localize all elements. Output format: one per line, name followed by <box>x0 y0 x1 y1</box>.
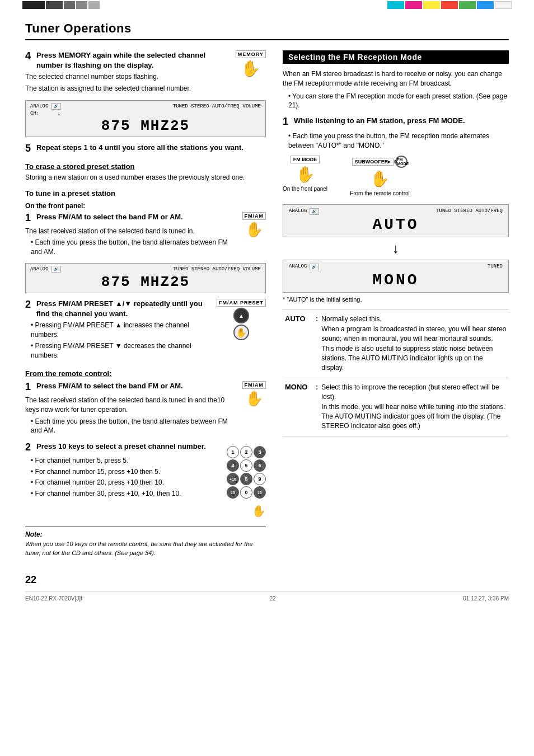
color-bar-3 <box>64 1 75 9</box>
color-bar-green <box>459 1 476 9</box>
remote-control-icon: SUBWOOFER▸ 0FM MODE ✋ From the remote co… <box>350 156 410 196</box>
color-bar-5 <box>88 1 100 9</box>
auto-speaker: 🔊 <box>310 208 319 215</box>
fm-mode-circle: 0FM MODE <box>395 156 407 168</box>
erase-text: Storing a new station on a used number e… <box>25 173 266 182</box>
mono-key: MONO <box>285 383 316 391</box>
display-mono-box: ANALOG 🔊 TUNED MONO <box>283 260 509 293</box>
mode-table: AUTO : Normally select this.When a progr… <box>283 309 509 436</box>
step1-front-sub1: The last received station of the selecte… <box>25 227 237 236</box>
key-3: 3 <box>254 446 266 458</box>
remote-label: From the remote control: <box>25 369 266 378</box>
step4-display-value: 875 MHZ25 <box>30 118 261 134</box>
color-bar-2 <box>46 1 63 9</box>
step1-remote-bullet1: Each time you press the button, the band… <box>31 417 237 436</box>
remote-hand: ✋ <box>370 170 390 188</box>
fmam-hand-icon: ✋ <box>242 221 266 238</box>
fm-am-icon-area: FM/AM ✋ <box>242 212 266 238</box>
right-step1-number: 1 <box>283 116 288 128</box>
auto-desc: Normally select this.When a program is b… <box>321 314 507 373</box>
step1-front-bullet1: Each time you press the button, the band… <box>31 238 237 257</box>
fm-mode-label-box: FM MODE <box>291 156 320 163</box>
right-step1-bullet1: Each time you press the button, the FM r… <box>288 132 509 151</box>
display2-analog: ANALOG <box>30 266 48 272</box>
erase-label: To erase a stored preset station <box>25 162 266 171</box>
page-number: 22 <box>25 574 509 586</box>
fmam-label: FM/AM <box>242 212 266 220</box>
step4-sub1: The selected channel number stops flashi… <box>25 72 230 82</box>
mono-analog: ANALOG <box>289 264 307 270</box>
key-2: 2 <box>240 446 252 458</box>
mono-mode-row: MONO : Select this to improve the recept… <box>283 378 509 436</box>
key-5: 5 <box>240 459 252 472</box>
step1-remote-number: 1 <box>25 381 31 393</box>
note-text: When you use 10 keys on the remote contr… <box>25 540 266 557</box>
mono-display-value: MONO <box>289 271 503 289</box>
step2-remote-b3: For channel number 20, press +10 then 10… <box>31 478 221 487</box>
step4-display: ANALOG 🔊 TUNED STEREO AUTO/FREQ VOLUME C… <box>25 100 266 137</box>
step2-remote-number: 2 <box>25 442 31 454</box>
tune-label: To tune in a preset station <box>25 189 266 198</box>
step5-text: Repeat steps 1 to 4 until you store all … <box>36 143 243 153</box>
step1-front-display-value: 875 MHZ25 <box>30 274 261 290</box>
right-bullet1: You can store the FM reception mode for … <box>288 92 509 111</box>
asterisk-note: * "AUTO" is the initial setting. <box>283 296 509 303</box>
step2-remote-b2: For channel number 15, press +10 then 5. <box>31 467 221 477</box>
preset-hand-icon: ✋ <box>233 325 249 340</box>
key-6: 6 <box>254 459 266 472</box>
display-ch-label: CH: : <box>30 111 261 116</box>
step1-remote-header: 1 Press FM/AM to select the band FM or A… <box>25 381 266 437</box>
fm-icons-row: FM MODE ✋ On the front panel SUBWOOFER▸ … <box>283 156 509 196</box>
display2-speaker: 🔊 <box>51 266 61 273</box>
auto-key: AUTO <box>285 314 316 323</box>
color-bar-1 <box>22 1 45 9</box>
step2-number: 2 <box>25 299 31 311</box>
preset-up-btn: ▲ <box>233 308 249 323</box>
key-0: 0 <box>240 486 252 499</box>
step2-text: Press FM/AM PRESET ▲/▼ repeatedly until … <box>36 299 211 318</box>
front-panel-text: On the front panel <box>283 186 327 192</box>
color-bar-red <box>441 1 458 9</box>
step2-remote-b1: For channel number 5, press 5. <box>31 456 221 466</box>
display-speaker-icon: 🔊 <box>51 103 61 110</box>
step4-number: 4 <box>25 50 31 63</box>
display2-tuned: TUNED STEREO AUTO/FREQ VOLUME <box>173 266 261 272</box>
auto-tuned: TUNED STEREO AUTO/FREQ <box>436 208 503 215</box>
key-8: 8 <box>240 473 252 485</box>
key-15: 15 <box>227 486 239 499</box>
step1-front-display: ANALOG 🔊 TUNED STEREO AUTO/FREQ VOLUME 8… <box>25 263 266 293</box>
step1-front-text: Press FM/AM to select the band FM or AM. <box>36 212 183 222</box>
display-volume: VOLUME <box>243 104 261 109</box>
remote-section: From the remote control: <box>25 369 266 378</box>
key-plus10a: +10 <box>227 473 239 485</box>
fmam-remote-label: FM/AM <box>242 381 266 389</box>
key-9: 9 <box>254 473 266 485</box>
step2-bullet2: Pressing FM/AM PRESET ▼ decreases the ch… <box>31 341 211 360</box>
step1-front-number: 1 <box>25 212 31 224</box>
step1-front-header: 1 Press FM/AM to select the band FM or A… <box>25 212 266 259</box>
remote-hand-icon: ✋ <box>227 504 266 518</box>
memory-icon-area: MEMORY ✋ <box>236 50 266 78</box>
color-bar-blue <box>477 1 494 9</box>
front-panel-hand: ✋ <box>296 165 315 184</box>
footer: EN10-22.RX-7020V[J]f 22 01.12.27, 3:36 P… <box>25 591 509 602</box>
footer-left: EN10-22.RX-7020V[J]f <box>25 595 82 602</box>
color-bar-white <box>495 1 512 9</box>
remote-control-text: From the remote control <box>350 190 410 196</box>
page-title: Tuner Operations <box>25 21 509 40</box>
step5-header: 5 Repeat steps 1 to 4 until you store al… <box>25 143 266 155</box>
mono-tuned: TUNED <box>488 264 503 270</box>
fmpreset-label: FM/AM PRESET <box>217 299 266 307</box>
memory-label: MEMORY <box>236 50 266 58</box>
right-intro1: When an FM stereo broadcast is hard to r… <box>283 69 509 88</box>
step4-header: 4 Press MEMORY again while the selected … <box>25 50 266 96</box>
keypad-grid: 1 2 3 4 5 6 +10 8 9 15 0 10 <box>227 446 266 499</box>
erase-section: To erase a stored preset station Storing… <box>25 162 266 182</box>
section-title-box: Selecting the FM Reception Mode <box>283 50 509 64</box>
right-step1-text: While listening to an FM station, press … <box>294 116 465 126</box>
note-label: Note: <box>25 530 266 538</box>
step2-remote-text: Press 10 keys to select a preset channel… <box>36 442 206 452</box>
key-10: 10 <box>254 486 266 499</box>
footer-center: 22 <box>269 595 275 602</box>
auto-analog: ANALOG <box>289 208 307 215</box>
